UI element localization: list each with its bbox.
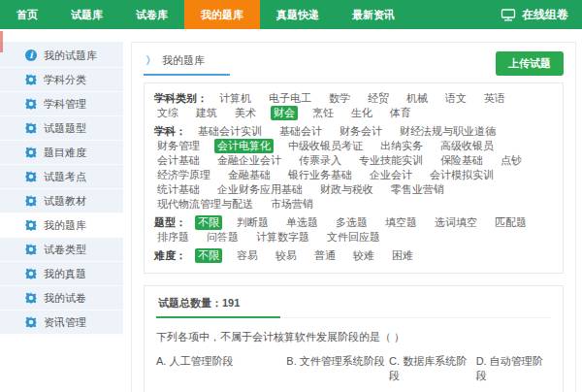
sidebar-item-11[interactable]: 资讯管理 [0, 310, 123, 335]
filter-option[interactable]: 专业技能实训 [356, 153, 426, 168]
results-panel: 试题总数量：191 下列各项中，不属于会计核算软件发展阶段的是（ ）A. 人工管… [144, 285, 564, 392]
filter-option[interactable]: 选词填空 [432, 215, 480, 230]
gear-icon [25, 219, 37, 231]
filter-option[interactable]: 文件回应题 [324, 230, 383, 245]
filter-option[interactable]: 金融企业会计 [214, 153, 284, 168]
sidebar-item-10[interactable]: 我的试卷 [0, 286, 123, 310]
filter-option[interactable]: 不限 [195, 215, 222, 230]
filter-option[interactable]: 会计基础 [154, 153, 203, 168]
filter-option[interactable]: 基础会计 [276, 124, 325, 139]
filter-option[interactable]: 计算数字题 [253, 230, 312, 245]
sidebar-item-3[interactable]: 试题题型 [0, 116, 123, 141]
filter-option[interactable]: 金融基础 [225, 168, 274, 182]
filter-option[interactable]: 容易 [234, 248, 261, 263]
filter-option[interactable]: 较易 [273, 248, 300, 263]
question-option: C. 数据库系统阶段 [389, 354, 476, 383]
filter-option[interactable]: 银行业务基础 [285, 168, 355, 182]
nav-item-4[interactable]: 真题快递 [260, 0, 336, 29]
filter-option[interactable]: 单选题 [283, 215, 321, 230]
gear-icon [25, 316, 37, 328]
filter-option[interactable]: 较难 [350, 248, 377, 263]
filter-label: 题型： [154, 216, 186, 228]
filter-option[interactable]: 企业会计 [367, 168, 415, 182]
sidebar-item-8[interactable]: 试卷类型 [0, 238, 123, 262]
filter-option[interactable]: 不限 [195, 248, 222, 263]
sidebar-item-6[interactable]: 试题教材 [0, 189, 123, 213]
filter-option[interactable]: 财务管理 [154, 139, 203, 153]
nav-item-1[interactable]: 试题库 [54, 0, 119, 29]
sidebar-item-2[interactable]: 学科管理 [0, 92, 123, 116]
filter-option[interactable]: 多选题 [333, 215, 371, 230]
online-paper-builder[interactable]: 在线组卷 [501, 7, 568, 23]
left-edge-accent [0, 31, 3, 52]
filter-option[interactable]: 困难 [389, 248, 416, 263]
filter-option[interactable]: 财政与税收 [317, 182, 376, 197]
filter-option[interactable]: 体育 [387, 106, 414, 120]
filter-option[interactable]: 美术 [232, 106, 259, 120]
sidebar-item-4[interactable]: 题目难度 [0, 141, 123, 165]
nav-item-3[interactable]: 我的题库 [184, 0, 260, 29]
top-nav-items: 首页试题库试卷库我的题库真题快递最新资讯 [0, 0, 411, 29]
filter-option[interactable]: 企业财务应用基础 [214, 182, 306, 197]
filter-option[interactable]: 保险基础 [437, 153, 486, 168]
filter-option[interactable]: 现代物流管理与配送 [154, 197, 256, 212]
filter-option[interactable]: 经贸 [365, 91, 392, 106]
filter-option[interactable]: 机械 [404, 91, 431, 106]
filter-option[interactable]: 会计模拟实训 [427, 168, 497, 182]
filter-option[interactable]: 中级收银员考证 [285, 139, 366, 153]
filter-option[interactable]: 会计电算化 [214, 139, 274, 153]
filter-option[interactable]: 电子电工 [266, 91, 314, 106]
filter-option[interactable]: 传票录入 [296, 153, 344, 168]
gear-icon [25, 98, 37, 110]
filter-option[interactable]: 高级收银员 [437, 139, 497, 153]
online-paper-builder-label: 在线组卷 [522, 7, 568, 23]
filter-label: 难度： [154, 249, 186, 261]
filter-option[interactable]: 出纳实务 [377, 139, 426, 153]
filter-option[interactable]: 财经法规与职业道德 [397, 124, 499, 139]
sidebar-item-1[interactable]: 学科分类 [0, 68, 123, 92]
main-header: 〉 我的题库 上传试题 [144, 51, 564, 76]
nav-item-0[interactable]: 首页 [0, 0, 54, 29]
filter-option[interactable]: 财会 [271, 106, 298, 120]
sidebar-item-label: 试题题型 [44, 121, 86, 136]
main-content: 〉 我的题库 上传试题 学科类别：计算机电子电工数学经贸机械语文英语文综建筑美术… [131, 42, 576, 392]
filter-row-1: 学科：基础会计实训基础会计财务会计财经法规与职业道德财务管理会计电算化中级收银员… [154, 124, 553, 212]
filter-option[interactable]: 统计基础 [154, 182, 203, 197]
upload-question-button[interactable]: 上传试题 [496, 51, 564, 76]
filter-option[interactable]: 数学 [326, 91, 353, 106]
question-options: A. 人工管理阶段B. 文件管理系统阶段C. 数据库系统阶段D. 自动管理阶段 [156, 354, 551, 383]
filter-option[interactable]: 匹配题 [492, 215, 530, 230]
filter-option[interactable]: 财务会计 [337, 124, 385, 139]
filter-option[interactable]: 英语 [481, 91, 508, 106]
filter-option[interactable]: 判断题 [234, 215, 272, 230]
filter-option[interactable]: 经济学原理 [154, 168, 213, 182]
filter-option[interactable]: 语文 [442, 91, 469, 106]
gear-icon [25, 74, 37, 85]
filter-option[interactable]: 建筑 [193, 106, 220, 120]
filter-option[interactable]: 点钞 [498, 153, 525, 168]
filter-row-3: 难度：不限容易较易普通较难困难 [154, 248, 553, 263]
filter-option[interactable]: 市场营销 [268, 197, 316, 212]
sidebar-item-label: 资讯管理 [44, 315, 86, 330]
info-icon: i [25, 49, 37, 61]
total-count-label: 试题总数量：191 [156, 294, 280, 318]
nav-item-5[interactable]: 最新资讯 [336, 0, 411, 29]
filter-option[interactable]: 基础会计实训 [195, 124, 265, 139]
filter-option[interactable]: 文综 [154, 106, 181, 120]
filter-option[interactable]: 生化 [348, 106, 375, 120]
filter-option[interactable]: 普通 [311, 248, 339, 263]
filter-option[interactable]: 零售业营销 [388, 182, 447, 197]
sidebar-item-9[interactable]: 我的真题 [0, 262, 123, 286]
filter-row-2: 题型：不限判断题单选题多选题填空题选词填空匹配题排序题问答题计算数字题文件回应题 [154, 215, 553, 245]
nav-item-2[interactable]: 试卷库 [119, 0, 184, 29]
sidebar-item-label: 我的试题库 [44, 49, 97, 63]
filter-option[interactable]: 填空题 [382, 215, 420, 230]
sidebar-item-5[interactable]: 试题考点 [0, 165, 123, 189]
sidebar-item-0[interactable]: i我的试题库 [0, 44, 123, 68]
sidebar-item-7[interactable]: 我的题库 [0, 213, 123, 238]
filter-option[interactable]: 排序题 [154, 230, 192, 245]
sidebar-item-label: 学科管理 [44, 97, 86, 112]
filter-option[interactable]: 问答题 [204, 230, 242, 245]
filter-option[interactable]: 计算机 [216, 91, 254, 106]
filter-option[interactable]: 烹饪 [309, 106, 337, 120]
